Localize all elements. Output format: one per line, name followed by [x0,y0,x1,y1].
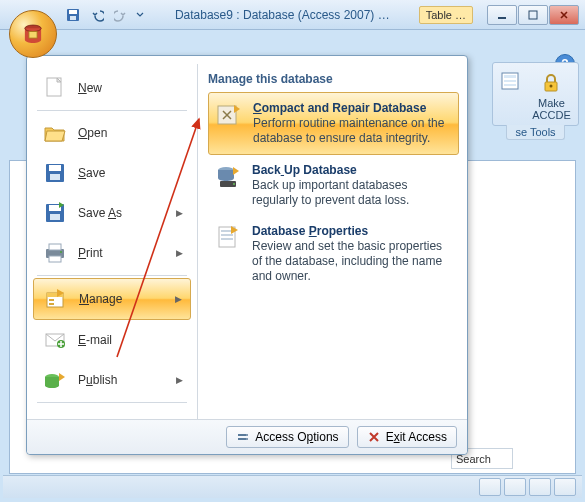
titlebar: Database9 : Database (Access 2007) … Tab… [0,0,585,30]
manage-option-title: Database Properties [252,224,453,238]
undo-icon [90,8,104,22]
svg-rect-7 [29,32,37,39]
manage-option-icon [214,224,242,252]
svg-rect-11 [504,84,516,86]
window-title: Database9 : Database (Access 2007) … [150,8,415,22]
contextual-tab-table[interactable]: Table … [419,6,473,24]
ribbon-make-accde-button[interactable]: Make ACCDE [528,69,575,123]
svg-rect-39 [221,234,233,236]
e-mail-icon [41,326,69,354]
chevron-down-icon [136,11,144,19]
open-icon [41,119,69,147]
svg-rect-16 [49,165,61,171]
manage-icon [42,285,70,313]
svg-rect-28 [49,303,54,305]
office-menu-footer: Access Options Exit Access [27,419,467,454]
menu-item-print[interactable]: Print▶ [33,233,191,273]
office-menu-right-pane: Manage this database Compact and Repair … [197,64,467,419]
menu-item-label: New [78,81,102,95]
save-icon [41,159,69,187]
manage-option-desc: Back up important databases regularly to… [252,178,453,208]
svg-rect-23 [49,256,61,262]
access-options-button[interactable]: Access Options [226,426,348,448]
qat-dropdown-button[interactable] [134,4,146,26]
new-icon [41,74,69,102]
manage-option-desc: Perform routine maintenance on the datab… [253,116,452,146]
svg-rect-9 [504,75,516,78]
manage-option-desc: Review and set the basic properties of t… [252,239,453,284]
status-bar [3,475,582,498]
submenu-arrow-icon: ▶ [176,208,183,218]
svg-rect-27 [49,299,54,301]
exit-access-label: Exit Access [386,430,447,444]
close-button[interactable] [549,5,579,25]
menu-item-publish[interactable]: Publish▶ [33,360,191,400]
view-design-button[interactable] [554,478,576,496]
manage-option-icon [214,163,242,191]
manage-option-database-properties[interactable]: Database PropertiesReview and set the ba… [208,216,459,292]
manage-option-compact-and-repair-database[interactable]: Compact and Repair DatabasePerform routi… [208,92,459,155]
submenu-arrow-icon: ▶ [176,375,183,385]
close-icon [559,10,569,20]
office-menu-left-pane: NewOpenSaveSave As▶Print▶Manage▶E-mailPu… [27,64,197,419]
redo-qat-button[interactable] [110,4,132,26]
svg-rect-4 [529,11,537,19]
options-icon [236,430,250,444]
save-as-icon [41,199,69,227]
undo-qat-button[interactable] [86,4,108,26]
svg-rect-40 [221,238,233,240]
menu-item-save-as[interactable]: Save As▶ [33,193,191,233]
svg-rect-20 [50,214,60,220]
manage-option-icon [215,101,243,129]
maximize-button[interactable] [518,5,548,25]
minimize-icon [497,10,507,20]
exit-access-button[interactable]: Exit Access [357,426,457,448]
svg-rect-42 [238,438,246,440]
menu-item-new[interactable]: New [33,68,191,108]
lock-icon [539,71,563,95]
menu-item-label: E-mail [78,333,112,347]
app-window: Database9 : Database (Access 2007) … Tab… [0,0,585,502]
menu-item-save[interactable]: Save [33,153,191,193]
menu-item-e-mail[interactable]: E-mail [33,320,191,360]
access-logo-icon [20,21,46,47]
svg-point-13 [550,85,553,88]
manage-option-title: Back Up Database [252,163,453,177]
minimize-button[interactable] [487,5,517,25]
ribbon-make-accde-label: Make ACCDE [532,97,571,121]
view-pivotchart-button[interactable] [529,478,551,496]
ribbon-group-label: se Tools [506,125,564,140]
menu-item-label: Save [78,166,105,180]
ribbon-switchboard-button[interactable] [496,69,524,93]
menu-item-manage[interactable]: Manage▶ [33,278,191,320]
menu-item-label: Publish [78,373,117,387]
svg-rect-17 [50,174,60,180]
save-qat-button[interactable] [62,4,84,26]
maximize-icon [528,10,538,20]
menu-item-label: Manage [79,292,122,306]
submenu-arrow-icon: ▶ [176,248,183,258]
svg-point-36 [233,183,235,185]
menu-item-label: Open [78,126,107,140]
submenu-arrow-icon: ▶ [175,294,182,304]
form-icon [500,71,520,91]
svg-rect-22 [49,244,61,250]
publish-icon [41,366,69,394]
office-button[interactable] [9,10,57,58]
view-pivottable-button[interactable] [504,478,526,496]
manage-option-back-up-database[interactable]: Back Up DatabaseBack up important databa… [208,155,459,216]
menu-item-label: Save As [78,206,122,220]
svg-rect-1 [69,10,77,14]
svg-rect-3 [498,17,506,19]
print-icon [41,239,69,267]
ribbon-group-database-tools: Make ACCDE se Tools [492,62,579,140]
svg-rect-10 [504,80,516,82]
menu-item-label: Print [78,246,103,260]
right-pane-title: Manage this database [208,70,459,88]
redo-icon [114,8,128,22]
svg-point-24 [60,251,62,253]
view-datasheet-button[interactable] [479,478,501,496]
menu-item-open[interactable]: Open [33,113,191,153]
svg-rect-2 [70,16,76,20]
svg-point-44 [246,438,248,440]
